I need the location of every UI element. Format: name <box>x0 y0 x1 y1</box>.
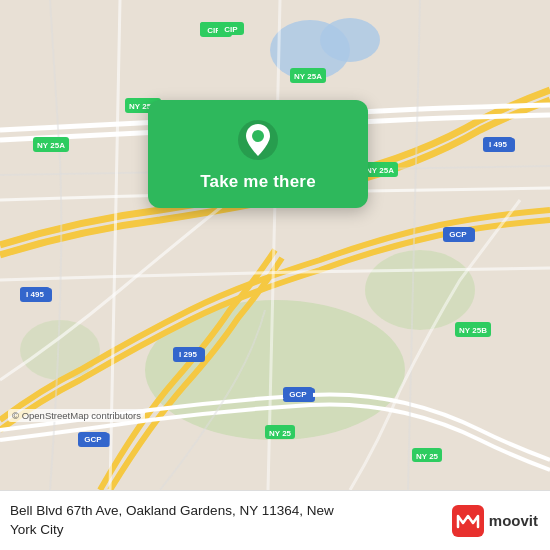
map-pin-icon <box>236 118 280 162</box>
moovit-text-label: moovit <box>489 512 538 529</box>
svg-point-47 <box>252 130 264 142</box>
svg-text:NY 25: NY 25 <box>416 452 439 461</box>
address-text: Bell Blvd 67th Ave, Oakland Gardens, NY … <box>10 502 444 538</box>
svg-text:GCP: GCP <box>449 230 467 239</box>
svg-text:GCP: GCP <box>84 435 102 444</box>
svg-point-1 <box>365 250 475 330</box>
svg-text:I 495: I 495 <box>489 140 507 149</box>
footer-bar: Bell Blvd 67th Ave, Oakland Gardens, NY … <box>0 490 550 550</box>
moovit-icon <box>452 505 484 537</box>
take-me-there-button[interactable]: Take me there <box>200 172 316 192</box>
svg-text:NY 25A: NY 25A <box>294 72 322 81</box>
svg-text:NY 25A: NY 25A <box>37 141 65 150</box>
svg-text:NY 25: NY 25 <box>269 429 292 438</box>
callout-box: Take me there <box>148 100 368 208</box>
svg-text:NY 25B: NY 25B <box>459 326 487 335</box>
svg-text:GCP: GCP <box>289 390 307 399</box>
moovit-logo: moovit <box>452 505 538 537</box>
address-line2: York City <box>10 522 64 537</box>
svg-text:I 295: I 295 <box>179 350 197 359</box>
svg-text:CIP: CIP <box>224 25 238 34</box>
copyright-notice: © OpenStreetMap contributors <box>8 409 145 422</box>
svg-point-4 <box>320 18 380 62</box>
map-container: NY 25A NY 25A NY 25A NY 25A NY 25 CIP NY… <box>0 0 550 490</box>
svg-text:I 495: I 495 <box>26 290 44 299</box>
address-line1: Bell Blvd 67th Ave, Oakland Gardens, NY … <box>10 503 334 518</box>
svg-text:NY 25A: NY 25A <box>366 166 394 175</box>
